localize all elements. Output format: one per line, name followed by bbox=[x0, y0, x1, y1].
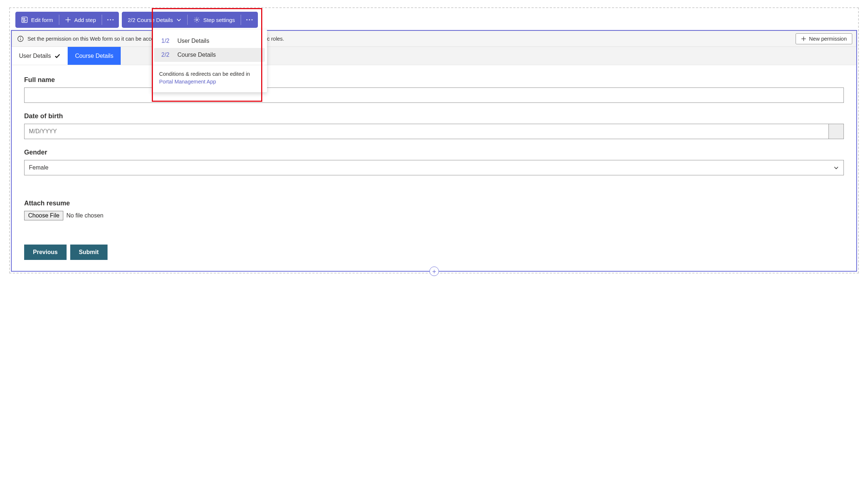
choose-file-button[interactable]: Choose File bbox=[24, 211, 63, 220]
calendar-button[interactable] bbox=[828, 124, 844, 139]
canvas-wrapper: Edit form Add step bbox=[9, 7, 859, 273]
step-indicator-label: 2/2 Course Details bbox=[128, 17, 173, 23]
previous-button[interactable]: Previous bbox=[24, 245, 67, 260]
tab-course-details[interactable]: Course Details bbox=[68, 47, 121, 65]
toolbar-group-step: 2/2 Course Details Step settings bbox=[122, 12, 258, 28]
step-tabs: User Details Course Details bbox=[12, 47, 856, 65]
svg-point-7 bbox=[110, 19, 111, 20]
plus-icon bbox=[65, 17, 71, 23]
dropdown-item-user-details[interactable]: 1/2 User Details bbox=[154, 34, 265, 48]
check-icon bbox=[55, 53, 60, 59]
svg-point-9 bbox=[196, 19, 198, 21]
field-gender: Gender Female bbox=[24, 149, 844, 175]
chevron-down-icon bbox=[176, 17, 181, 22]
dropdown-footer-text: Conditions & redirects can be edited in bbox=[159, 71, 250, 77]
tab-label: Course Details bbox=[75, 53, 113, 59]
submit-button[interactable]: Submit bbox=[70, 245, 108, 260]
step-dropdown: 1/2 User Details 2/2 Course Details Cond… bbox=[152, 30, 267, 92]
svg-point-8 bbox=[113, 19, 114, 20]
dropdown-item-course-details[interactable]: 2/2 Course Details bbox=[154, 48, 265, 62]
add-step-button[interactable]: Add step bbox=[59, 12, 102, 28]
dropdown-label: Course Details bbox=[177, 52, 216, 58]
gear-icon bbox=[193, 16, 200, 23]
svg-point-6 bbox=[108, 19, 109, 20]
permission-info-bar: Set the permission on this Web form so i… bbox=[12, 31, 856, 47]
edit-form-button[interactable]: Edit form bbox=[15, 12, 59, 28]
toolbar-group-form: Edit form Add step bbox=[15, 12, 119, 28]
dropdown-label: User Details bbox=[177, 38, 209, 44]
step-settings-button[interactable]: Step settings bbox=[188, 12, 241, 28]
dropdown-index: 2/2 bbox=[161, 52, 172, 58]
file-status: No file chosen bbox=[66, 212, 103, 219]
dropdown-index: 1/2 bbox=[161, 38, 172, 44]
info-icon bbox=[17, 36, 24, 42]
portal-management-link[interactable]: Portal Management App bbox=[159, 79, 216, 85]
svg-point-10 bbox=[247, 19, 248, 20]
plus-icon bbox=[801, 36, 806, 41]
plus-icon: ＋ bbox=[431, 267, 437, 276]
field-date-of-birth: Date of birth bbox=[24, 112, 844, 139]
gender-label: Gender bbox=[24, 149, 844, 156]
dob-input[interactable] bbox=[24, 124, 828, 139]
more-icon bbox=[107, 19, 114, 21]
svg-rect-1 bbox=[23, 18, 25, 19]
svg-point-12 bbox=[252, 19, 253, 20]
attach-label: Attach resume bbox=[24, 200, 844, 207]
form-body: Full name Date of birth Gender Female bbox=[12, 65, 856, 271]
gender-value: Female bbox=[29, 164, 48, 171]
permission-info-text: Set the permission on this Web form so i… bbox=[27, 36, 792, 42]
field-attach-resume: Attach resume Choose File No file chosen bbox=[24, 200, 844, 220]
dob-label: Date of birth bbox=[24, 112, 844, 120]
tab-label: User Details bbox=[19, 53, 51, 59]
form-component[interactable]: Set the permission on this Web form so i… bbox=[11, 30, 857, 272]
more-icon bbox=[246, 19, 253, 21]
toolbar: Edit form Add step bbox=[15, 12, 857, 28]
tab-user-details[interactable]: User Details bbox=[12, 47, 68, 65]
new-permission-button[interactable]: New permission bbox=[796, 33, 852, 44]
more-form-button[interactable] bbox=[102, 12, 119, 28]
step-settings-label: Step settings bbox=[203, 17, 235, 23]
form-icon bbox=[21, 16, 28, 23]
svg-point-15 bbox=[20, 37, 21, 38]
svg-point-11 bbox=[249, 19, 250, 20]
gender-select[interactable]: Female bbox=[24, 160, 844, 175]
dropdown-footer: Conditions & redirects can be edited in … bbox=[152, 65, 267, 92]
add-component-button[interactable]: ＋ bbox=[429, 267, 439, 276]
add-step-label: Add step bbox=[74, 17, 96, 23]
full-name-input[interactable] bbox=[24, 87, 844, 103]
more-step-button[interactable] bbox=[241, 12, 258, 28]
edit-form-label: Edit form bbox=[31, 17, 53, 23]
full-name-label: Full name bbox=[24, 76, 844, 84]
step-selector-button[interactable]: 2/2 Course Details bbox=[122, 12, 187, 28]
new-permission-label: New permission bbox=[809, 36, 847, 42]
form-footer: Previous Submit bbox=[24, 245, 844, 267]
field-full-name: Full name bbox=[24, 76, 844, 103]
